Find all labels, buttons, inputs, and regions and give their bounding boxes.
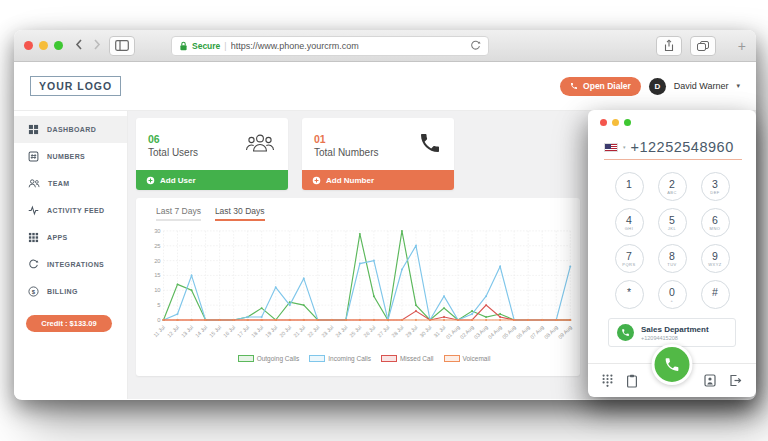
svg-text:06 Aug: 06 Aug [515, 324, 531, 340]
zoom-window-icon[interactable] [624, 119, 631, 126]
users-group-icon [244, 132, 276, 158]
clipboard-icon[interactable] [626, 374, 638, 388]
svg-text:5: 5 [157, 302, 160, 308]
zoom-window-icon[interactable] [54, 41, 63, 50]
sidebar-item-integrations[interactable]: INTEGRATIONS [14, 251, 127, 278]
logo[interactable]: YOUR LOGO [30, 76, 121, 96]
calls-line-chart: 05101520253011 Jul12 Jul13 Jul14 Jul15 J… [148, 225, 580, 357]
sidebar-item-team[interactable]: TEAM [14, 170, 127, 197]
billing-icon: $ [28, 286, 39, 297]
svg-text:15 Jul: 15 Jul [208, 324, 222, 338]
sidebar-item-apps[interactable]: APPS [14, 224, 127, 251]
contact-phone-icon [617, 324, 634, 341]
svg-text:13 Jul: 13 Jul [180, 324, 194, 338]
sidebar-item-activity-feed[interactable]: ACTIVITY FEED [14, 197, 127, 224]
add-number-button[interactable]: Add Number [302, 170, 454, 190]
minimize-window-icon[interactable] [612, 119, 619, 126]
svg-text:27 Jul: 27 Jul [376, 324, 390, 338]
svg-text:02 Aug: 02 Aug [459, 324, 475, 340]
dial-number-input[interactable]: ▾ +12252548960 [604, 139, 742, 160]
svg-text:20: 20 [154, 258, 160, 264]
key-0[interactable]: 0+ [658, 280, 687, 309]
svg-text:23 Jul: 23 Jul [320, 324, 334, 338]
forward-icon[interactable] [93, 38, 101, 53]
legend-swatch [309, 355, 325, 362]
svg-text:19 Jul: 19 Jul [264, 324, 278, 338]
minimize-window-icon[interactable] [39, 41, 48, 50]
key-9[interactable]: 9WXYZ [701, 244, 730, 273]
dashboard-icon [28, 124, 39, 135]
us-flag-icon[interactable] [604, 143, 618, 152]
phone-icon [418, 131, 442, 159]
key-5[interactable]: 5JKL [658, 208, 687, 237]
svg-text:05 Aug: 05 Aug [501, 324, 517, 340]
total-numbers-value: 01 [314, 133, 378, 145]
key-4[interactable]: 4GHI [615, 208, 644, 237]
key-1[interactable]: 1 [615, 172, 644, 201]
key-hash[interactable]: # [701, 280, 730, 309]
total-numbers-card: 01 Total Numbers Add Number [302, 118, 454, 190]
sidebar-item-dashboard[interactable]: DASHBOARD [14, 116, 127, 143]
chevron-down-icon[interactable]: ▾ [736, 82, 740, 90]
dialed-number[interactable]: +12252548960 [631, 139, 734, 155]
open-dialer-button[interactable]: Open Dialer [560, 77, 641, 96]
svg-text:0: 0 [157, 317, 160, 323]
add-user-button[interactable]: Add User [136, 170, 288, 190]
sidebar-toggle-icon[interactable] [109, 36, 135, 56]
tab-last-7-days[interactable]: Last 7 Days [156, 206, 201, 221]
close-window-icon[interactable] [24, 41, 33, 50]
signout-icon[interactable] [729, 374, 742, 387]
user-avatar[interactable]: D [649, 78, 666, 95]
dialer-traffic-lights [588, 119, 756, 126]
integrations-icon [28, 259, 39, 270]
svg-text:09 Aug: 09 Aug [557, 324, 573, 340]
key-7[interactable]: 7PQRS [615, 244, 644, 273]
key-3[interactable]: 3DEF [701, 172, 730, 201]
traffic-lights [24, 41, 63, 50]
legend-outgoing-calls: Outgoing Calls [238, 355, 300, 362]
browser-chrome: Secure | https://www.phone.yourcrm.com + [14, 30, 756, 62]
svg-text:03 Aug: 03 Aug [473, 324, 489, 340]
back-icon[interactable] [75, 38, 83, 53]
svg-text:$: $ [32, 289, 36, 295]
svg-text:16 Jul: 16 Jul [222, 324, 236, 338]
svg-text:18 Jul: 18 Jul [250, 324, 264, 338]
sidebar-item-billing[interactable]: $ BILLING [14, 278, 127, 305]
svg-text:15: 15 [154, 272, 160, 278]
legend-swatch [444, 355, 460, 362]
user-name[interactable]: David Warner [674, 81, 729, 91]
share-icon[interactable] [656, 36, 682, 56]
svg-text:10: 10 [154, 287, 160, 293]
key-8[interactable]: 8TUV [658, 244, 687, 273]
key-2[interactable]: 2ABC [658, 172, 687, 201]
app-header: YOUR LOGO Open Dialer D David Warner ▾ [14, 62, 756, 111]
dialpad-icon[interactable] [602, 374, 613, 387]
svg-text:24 Jul: 24 Jul [334, 324, 348, 338]
tabs-overview-icon[interactable] [690, 36, 716, 56]
address-bar[interactable]: Secure | https://www.phone.yourcrm.com [171, 36, 489, 56]
svg-text:30 Jul: 30 Jul [418, 324, 432, 338]
new-tab-icon[interactable]: + [738, 38, 746, 54]
call-button[interactable] [652, 344, 693, 385]
key-6[interactable]: 6MNO [701, 208, 730, 237]
refresh-icon[interactable] [470, 37, 481, 55]
url-text: https://www.phone.yourcrm.com [231, 41, 466, 51]
tab-last-30-days[interactable]: Last 30 Days [215, 206, 265, 221]
chrome-right-buttons: + [656, 36, 746, 56]
svg-text:25 Jul: 25 Jul [348, 324, 362, 338]
chevron-down-icon[interactable]: ▾ [623, 144, 626, 150]
svg-text:29 Jul: 29 Jul [404, 324, 418, 338]
svg-text:08 Aug: 08 Aug [543, 324, 559, 340]
plus-circle-icon [146, 176, 155, 185]
screenshot-stage: Secure | https://www.phone.yourcrm.com +… [0, 0, 768, 441]
contacts-icon[interactable] [704, 374, 716, 387]
total-users-label: Total Users [148, 147, 198, 158]
key-star[interactable]: * [615, 280, 644, 309]
legend-swatch [238, 355, 254, 362]
legend-voicemail: Voicemail [444, 355, 491, 362]
contact-card[interactable]: Sales Department +12094415208 [608, 318, 736, 347]
close-window-icon[interactable] [600, 119, 607, 126]
svg-text:22 Jul: 22 Jul [306, 324, 320, 338]
sidebar-item-numbers[interactable]: NUMBERS [14, 143, 127, 170]
phone-icon [570, 82, 578, 90]
